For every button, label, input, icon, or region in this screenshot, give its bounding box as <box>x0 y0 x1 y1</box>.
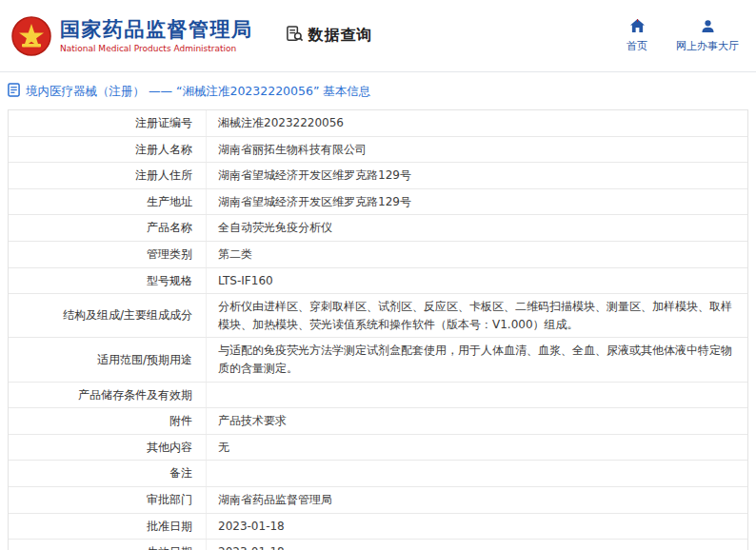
row-label: 管理类别 <box>9 242 207 267</box>
row-value: 全自动荧光免疫分析仪 <box>207 215 747 241</box>
row-value: 湖南省药品监督管理局 <box>207 487 747 513</box>
row-label: 产品储存条件及有效期 <box>9 383 207 408</box>
row-value: 第二类 <box>207 242 747 267</box>
breadcrumb: 境内医疗器械（注册） —— “湘械注准20232220056” 基本信息 <box>0 72 756 108</box>
page-header: 国家药品监督管理局 National Medical Products Admi… <box>0 0 756 72</box>
row-label: 型号规格 <box>9 268 207 294</box>
row-value: 产品技术要求 <box>207 408 747 434</box>
table-row: 管理类别 第二类 <box>9 242 747 268</box>
row-label: 生产地址 <box>9 189 207 215</box>
row-value: 2023-01-18 <box>207 514 747 540</box>
row-label: 审批部门 <box>9 487 207 513</box>
table-row: 其他内容 无 <box>9 435 747 462</box>
row-label: 产品名称 <box>9 215 207 241</box>
row-value: 与适配的免疫荧光方法学测定试剂盒配套使用，用于人体血清、血浆、全血、尿液或其他体… <box>207 338 747 381</box>
agency-name-en: National Medical Products Administration <box>60 44 253 53</box>
row-value: 无 <box>207 435 747 461</box>
row-value: 湖南省望城经济开发区维罗克路129号 <box>207 189 747 215</box>
table-row: 产品储存条件及有效期 <box>9 383 747 409</box>
agency-title-block: 国家药品监督管理局 National Medical Products Admi… <box>60 18 253 53</box>
nav-service-hall-label: 网上办事大厅 <box>676 39 739 53</box>
row-label: 结构及组成/主要组成成分 <box>9 294 207 337</box>
agency-name-cn: 国家药品监督管理局 <box>60 18 253 41</box>
table-row: 型号规格 LTS-IF160 <box>9 268 747 295</box>
user-icon <box>701 19 715 36</box>
row-label: 注册人名称 <box>9 137 207 163</box>
table-row: 注册人住所 湖南省望城经济开发区维罗克路129号 <box>9 163 747 189</box>
row-label: 批准日期 <box>9 514 207 540</box>
table-row: 审批部门 湖南省药品监督管理局 <box>9 487 747 514</box>
table-row: 结构及组成/主要组成成分 分析仪由进样区、穿刺取样区、试剂区、反应区、卡板区、二… <box>9 294 747 338</box>
data-query-label: 数据查询 <box>308 26 373 46</box>
nav-home-label: 首页 <box>627 39 647 53</box>
data-query-icon <box>286 25 304 47</box>
row-label: 其他内容 <box>9 435 207 461</box>
row-value: 湘械注准20232220056 <box>207 110 747 136</box>
row-value <box>207 383 747 408</box>
row-value <box>207 461 747 486</box>
document-icon <box>8 83 20 100</box>
row-label: 附件 <box>9 408 207 434</box>
data-query-tab[interactable]: 数据查询 <box>286 25 373 47</box>
row-value: LTS-IF160 <box>207 268 747 294</box>
table-row: 备注 <box>9 461 747 487</box>
breadcrumb-title: 境内医疗器械（注册） —— “湘械注准20232220056” 基本信息 <box>26 84 370 100</box>
table-row: 批准日期 2023-01-18 <box>9 514 747 540</box>
table-row: 产品名称 全自动荧光免疫分析仪 <box>9 215 747 242</box>
row-label: 适用范围/预期用途 <box>9 338 207 381</box>
row-value: 2023-01-18 <box>207 540 747 550</box>
table-row: 附件 产品技术要求 <box>9 408 747 435</box>
table-row: 注册人名称 湖南省丽拓生物科技有限公司 <box>9 137 747 164</box>
table-row: 适用范围/预期用途 与适配的免疫荧光方法学测定试剂盒配套使用，用于人体血清、血浆… <box>9 338 747 382</box>
registration-info-table: 注册证编号 湘械注准20232220056 注册人名称 湖南省丽拓生物科技有限公… <box>8 109 748 550</box>
table-row: 生产地址 湖南省望城经济开发区维罗克路129号 <box>9 189 747 216</box>
row-value: 分析仪由进样区、穿刺取样区、试剂区、反应区、卡板区、二维码扫描模块、测量区、加样… <box>207 294 747 337</box>
table-row: 生效日期 2023-01-18 <box>9 540 747 550</box>
row-label: 注册证编号 <box>9 110 207 136</box>
top-nav: 首页 网上办事大厅 <box>627 19 739 53</box>
row-label: 生效日期 <box>9 540 207 550</box>
nav-home[interactable]: 首页 <box>627 19 647 53</box>
row-value: 湖南省丽拓生物科技有限公司 <box>207 137 747 163</box>
home-icon <box>629 19 646 36</box>
nav-service-hall[interactable]: 网上办事大厅 <box>676 19 739 53</box>
row-label: 注册人住所 <box>9 163 207 188</box>
national-emblem-icon <box>11 16 51 56</box>
row-value: 湖南省望城经济开发区维罗克路129号 <box>207 163 747 188</box>
table-row: 注册证编号 湘械注准20232220056 <box>9 110 747 137</box>
row-label: 备注 <box>9 461 207 486</box>
